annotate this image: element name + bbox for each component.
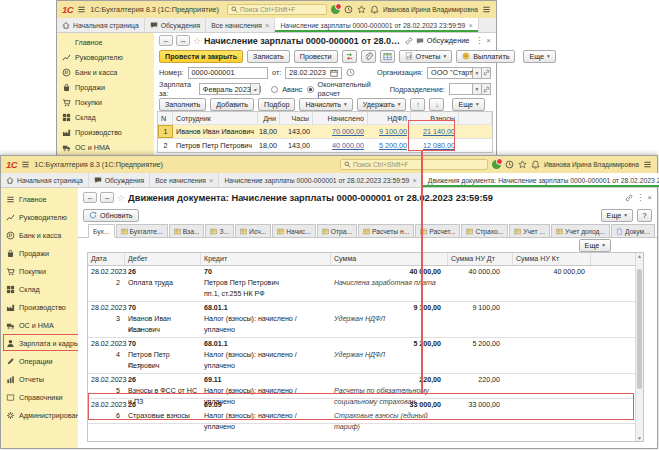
- register-tab-document[interactable]: Докум...: [611, 224, 655, 237]
- fill-button[interactable]: Заполнить: [159, 98, 206, 111]
- movement-row-highlighted[interactable]: 28.02.2023 26 69.09 33 000,00 33 000,00 …: [88, 399, 643, 424]
- main-menu-icon[interactable]: [77, 5, 86, 14]
- sidebar-item-production[interactable]: Производство: [57, 125, 154, 140]
- sidebar-item-sales[interactable]: Продажи: [57, 80, 154, 95]
- sidebar-item-operations[interactable]: Операции: [1, 352, 78, 370]
- sidebar-item-main[interactable]: Главное: [1, 190, 78, 208]
- sidebar-item-sales[interactable]: Продажи: [1, 244, 78, 262]
- user-name[interactable]: Иванова Ирина Владимировна: [383, 6, 478, 13]
- close-document-icon[interactable]: ×: [647, 193, 652, 202]
- tab-document-movements[interactable]: Движения документа: Начисление зарплаты …: [423, 173, 659, 187]
- dropdown-icon[interactable]: ▾: [473, 83, 482, 95]
- pick-button[interactable]: Подбор: [258, 98, 295, 111]
- notifications-icon[interactable]: [370, 5, 379, 14]
- reports-button[interactable]: Отчеты▾: [399, 50, 453, 63]
- register-tab[interactable]: Бухгалте...: [116, 224, 168, 237]
- related-documents-button[interactable]: [342, 50, 357, 63]
- global-search-input[interactable]: Поиск Ctrl+Shift+F: [340, 159, 488, 170]
- movement-row[interactable]: 28.02.2023 26 70 40 000,00 40 000,00 40 …: [88, 266, 643, 302]
- refresh-button[interactable]: Обновить: [83, 209, 139, 222]
- tab-close-icon[interactable]: ×: [265, 21, 269, 30]
- global-search-input[interactable]: Поиск Ctrl+Shift+F: [227, 4, 327, 15]
- sidebar-item-assets[interactable]: ОС и НМА: [57, 140, 154, 155]
- move-up-button[interactable]: ↑: [410, 98, 425, 111]
- register-tab-accounting[interactable]: Бух...: [88, 224, 115, 238]
- register-tab[interactable]: Отра...: [317, 224, 357, 237]
- tab-close-icon[interactable]: ×: [412, 176, 416, 185]
- open-link-icon[interactable]: [482, 83, 491, 95]
- sidebar-item-warehouse[interactable]: Склад: [1, 280, 78, 298]
- save-button[interactable]: Записать: [247, 50, 290, 63]
- add-button[interactable]: Добавить: [210, 98, 254, 111]
- sidebar-item-bank-cash[interactable]: Банк и касса: [1, 226, 78, 244]
- register-tab[interactable]: Начис...: [272, 224, 316, 237]
- period-field[interactable]: Февраль 2023 ▴▾: [199, 83, 260, 95]
- window-more-icon[interactable]: ⋮: [475, 36, 483, 45]
- tab-home[interactable]: Начальная страница: [57, 18, 145, 32]
- favorite-star-icon[interactable]: ☆: [193, 36, 201, 46]
- contributions-link[interactable]: 12 080,00: [423, 141, 455, 150]
- discussions-notification-icon[interactable]: [331, 5, 340, 14]
- accrued-link[interactable]: 70 000,00: [332, 127, 364, 136]
- tab-all-accruals[interactable]: Все начисления ×: [206, 18, 275, 32]
- sidebar-item-purchases[interactable]: Покупки: [1, 262, 78, 280]
- back-button[interactable]: ←: [83, 192, 97, 203]
- tools-menu-icon[interactable]: [643, 160, 652, 169]
- tab-salary-accrual[interactable]: Начисление зарплаты 0000-000001 от 28.02…: [275, 18, 478, 32]
- contributions-link[interactable]: 21 140,00: [423, 127, 455, 136]
- withhold-button[interactable]: Удержать▾: [357, 98, 407, 111]
- movement-row[interactable]: 28.02.2023 70 68.01.1 9 100,00 9 100,00 …: [88, 302, 643, 338]
- user-name[interactable]: Иванова Ирина Владимировна: [544, 161, 639, 168]
- scroll-down-icon[interactable]: ▼: [637, 435, 642, 441]
- sidebar-item-manager[interactable]: Руководителю: [57, 50, 154, 65]
- register-tab[interactable]: Страхо...: [461, 224, 508, 237]
- sidebar-item-purchases[interactable]: Покупки: [57, 95, 154, 110]
- scroll-up-icon[interactable]: ▲: [637, 253, 642, 259]
- more-button[interactable]: Еще▾: [523, 50, 555, 63]
- get-link-icon[interactable]: [625, 194, 633, 202]
- sidebar-item-production[interactable]: Производство: [1, 298, 78, 316]
- movement-row[interactable]: 28.02.2023 26 69.11 220,00 220,00 5 Взно…: [88, 374, 643, 399]
- more-button[interactable]: Еще▾: [601, 209, 633, 222]
- post-button[interactable]: Провести: [294, 50, 338, 63]
- scrollbar-thumb[interactable]: [637, 269, 642, 389]
- dropdown-icon[interactable]: ▾: [473, 67, 482, 79]
- sidebar-item-warehouse[interactable]: Склад: [57, 110, 154, 125]
- sidebar-item-administration[interactable]: Администрирование: [1, 406, 78, 424]
- final-settlement-radio[interactable]: [307, 86, 314, 93]
- date-field[interactable]: 28.02.2023: [285, 67, 342, 79]
- back-button[interactable]: ←: [159, 35, 173, 46]
- register-tab[interactable]: Учет ...: [509, 224, 550, 237]
- organization-field[interactable]: ООО "Старт" ▾: [427, 67, 491, 79]
- history-icon[interactable]: [344, 5, 353, 14]
- accrued-link[interactable]: 40 000,00: [332, 141, 364, 150]
- sidebar-item-directories[interactable]: Справочники: [1, 388, 78, 406]
- pay-button[interactable]: Выплатить: [456, 50, 515, 63]
- history-icon[interactable]: [505, 160, 514, 169]
- forward-button[interactable]: →: [176, 35, 190, 46]
- employee-row[interactable]: 2 Петров Петр Петрович 18,00 143,00 40 0…: [158, 138, 492, 152]
- register-tab[interactable]: Исч...: [235, 224, 271, 237]
- register-tab[interactable]: Расчеты н...: [358, 224, 414, 237]
- sidebar-item-assets[interactable]: ОС и НМА: [1, 316, 78, 334]
- register-tab[interactable]: Учет доход...: [551, 224, 610, 237]
- help-button[interactable]: ?: [637, 209, 652, 222]
- accrue-button[interactable]: Начислить▾: [299, 98, 352, 111]
- period-spinner[interactable]: ▴▾: [251, 83, 260, 95]
- employee-row[interactable]: 1 Иванов Иван Иванович 18,00 143,00 70 0…: [158, 124, 492, 138]
- get-link-icon[interactable]: [405, 37, 413, 45]
- window-more-icon[interactable]: ⋮: [636, 193, 644, 202]
- tools-menu-icon[interactable]: [482, 5, 491, 14]
- movement-row[interactable]: 28.02.2023 70 68.01.1 5 200,00 5 200,00 …: [88, 338, 643, 374]
- sidebar-item-bank-cash[interactable]: Банк и касса: [57, 65, 154, 80]
- register-tab[interactable]: Вза...: [169, 224, 205, 237]
- sidebar-item-salary-hr[interactable]: Зарплата и кадры: [1, 334, 78, 352]
- forward-button[interactable]: →: [100, 192, 114, 203]
- main-menu-icon[interactable]: [21, 160, 30, 169]
- favorite-star-icon[interactable]: ☆: [117, 193, 125, 203]
- tab-close-icon[interactable]: ×: [468, 21, 472, 30]
- tab-close-icon[interactable]: ×: [209, 176, 213, 185]
- attachments-button[interactable]: [361, 50, 376, 63]
- open-link-icon[interactable]: [482, 67, 491, 79]
- post-and-close-button[interactable]: Провести и закрыть: [159, 50, 243, 63]
